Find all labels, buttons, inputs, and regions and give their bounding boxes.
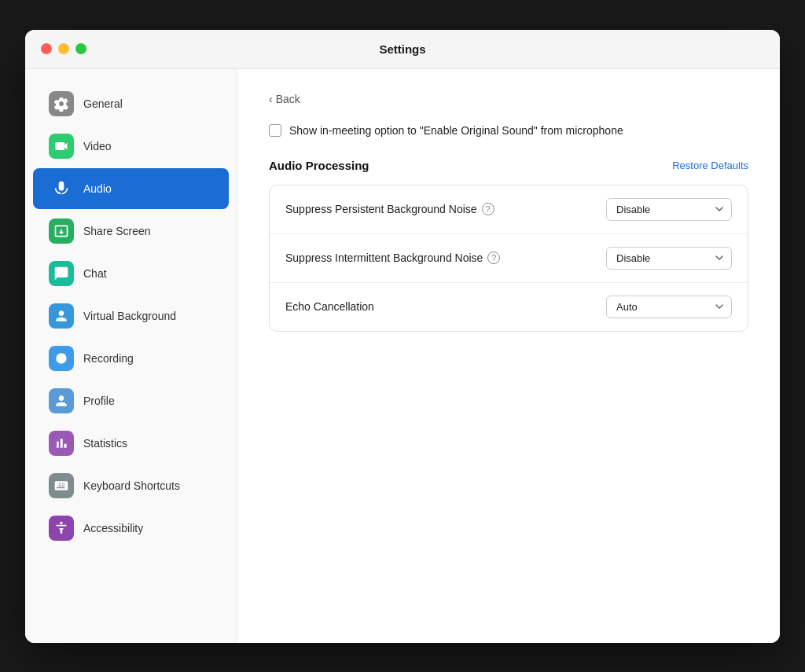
audio-processing-box: Suppress Persistent Background Noise ? A… xyxy=(269,185,748,332)
sidebar-item-share-screen[interactable]: Share Screen xyxy=(33,211,229,252)
sidebar-label-virtual-background: Virtual Background xyxy=(83,310,176,322)
echo-cancellation-text: Echo Cancellation xyxy=(285,300,374,313)
sidebar-icon-share xyxy=(49,218,74,244)
suppress-persistent-label: Suppress Persistent Background Noise ? xyxy=(285,203,494,215)
profile-icon xyxy=(53,393,69,409)
video-icon xyxy=(53,138,69,154)
back-chevron-icon: ‹ xyxy=(269,93,273,105)
main-panel: ‹ Back Show in-meeting option to "Enable… xyxy=(237,69,780,643)
gear-icon xyxy=(53,96,69,112)
sidebar-item-statistics[interactable]: Statistics xyxy=(33,423,229,464)
close-button[interactable] xyxy=(41,43,52,54)
show-option-label: Show in-meeting option to "Enable Origin… xyxy=(289,124,623,137)
suppress-persistent-help-icon[interactable]: ? xyxy=(482,203,494,215)
accessibility-icon xyxy=(53,520,69,536)
minimize-button[interactable] xyxy=(58,43,69,54)
sidebar-icon-general xyxy=(49,91,74,116)
sidebar-label-chat: Chat xyxy=(83,267,107,280)
suppress-persistent-text: Suppress Persistent Background Noise xyxy=(285,203,477,215)
virtual-background-icon xyxy=(53,308,69,324)
suppress-intermittent-row: Suppress Intermittent Background Noise ?… xyxy=(270,234,748,283)
sidebar-item-chat[interactable]: Chat xyxy=(33,253,229,294)
echo-cancellation-row: Echo Cancellation Auto Disable xyxy=(270,283,748,331)
suppress-intermittent-help-icon[interactable]: ? xyxy=(487,252,500,264)
suppress-intermittent-text: Suppress Intermittent Background Noise xyxy=(285,252,483,264)
sidebar-label-accessibility: Accessibility xyxy=(83,522,143,534)
titlebar: Settings xyxy=(25,30,780,69)
sidebar: General Video Audio xyxy=(25,69,237,643)
sidebar-item-virtual-background[interactable]: Virtual Background xyxy=(33,296,229,336)
restore-defaults-button[interactable]: Restore Defaults xyxy=(672,160,748,171)
sidebar-item-accessibility[interactable]: Accessibility xyxy=(33,508,229,549)
share-screen-icon xyxy=(53,223,69,239)
audio-processing-header: Audio Processing Restore Defaults xyxy=(269,159,748,172)
traffic-lights xyxy=(41,43,86,54)
sidebar-label-video: Video xyxy=(83,140,112,152)
sidebar-item-keyboard-shortcuts[interactable]: Keyboard Shortcuts xyxy=(33,465,229,506)
sidebar-label-recording: Recording xyxy=(83,352,134,365)
sidebar-icon-keyboard xyxy=(49,473,74,498)
echo-cancellation-select[interactable]: Auto Disable xyxy=(606,296,732,318)
sidebar-icon-video xyxy=(49,134,74,159)
keyboard-icon xyxy=(53,478,69,494)
content-area: General Video Audio xyxy=(25,69,780,643)
audio-icon xyxy=(53,181,69,196)
window-title: Settings xyxy=(379,42,425,56)
back-button[interactable]: ‹ Back xyxy=(269,93,748,105)
audio-processing-title: Audio Processing xyxy=(269,159,369,172)
suppress-persistent-select[interactable]: Auto Disable Low Medium High xyxy=(606,198,732,221)
echo-cancellation-label: Echo Cancellation xyxy=(285,300,374,313)
suppress-persistent-row: Suppress Persistent Background Noise ? A… xyxy=(270,185,748,234)
sidebar-label-general: General xyxy=(83,97,123,110)
sidebar-label-profile: Profile xyxy=(83,395,115,407)
suppress-intermittent-label: Suppress Intermittent Background Noise ? xyxy=(285,252,500,264)
sidebar-item-general[interactable]: General xyxy=(33,83,229,124)
svg-point-0 xyxy=(56,353,66,363)
sidebar-item-audio[interactable]: Audio xyxy=(33,168,229,209)
sidebar-item-video[interactable]: Video xyxy=(33,126,229,167)
sidebar-item-recording[interactable]: Recording xyxy=(33,338,229,379)
sidebar-icon-virtual xyxy=(49,303,74,329)
sidebar-icon-statistics xyxy=(49,431,74,456)
settings-window: Settings General Video xyxy=(25,30,780,643)
sidebar-icon-profile xyxy=(49,388,74,413)
back-label: Back xyxy=(276,93,300,105)
sidebar-icon-accessibility xyxy=(49,516,74,541)
sidebar-icon-recording xyxy=(49,346,74,371)
sidebar-icon-audio xyxy=(49,176,74,201)
svg-point-1 xyxy=(60,521,62,523)
sidebar-label-statistics: Statistics xyxy=(83,437,127,450)
sidebar-label-audio: Audio xyxy=(83,182,112,195)
show-option-checkbox[interactable] xyxy=(269,124,281,137)
show-option-row: Show in-meeting option to "Enable Origin… xyxy=(269,124,748,137)
sidebar-label-share-screen: Share Screen xyxy=(83,225,151,237)
sidebar-label-keyboard-shortcuts: Keyboard Shortcuts xyxy=(83,479,180,492)
sidebar-icon-chat xyxy=(49,261,74,286)
sidebar-item-profile[interactable]: Profile xyxy=(33,380,229,421)
suppress-intermittent-select[interactable]: Auto Disable Low Medium High xyxy=(606,247,732,270)
maximize-button[interactable] xyxy=(75,43,86,54)
recording-icon xyxy=(53,351,69,366)
chat-icon xyxy=(53,266,69,281)
statistics-icon xyxy=(53,435,69,451)
